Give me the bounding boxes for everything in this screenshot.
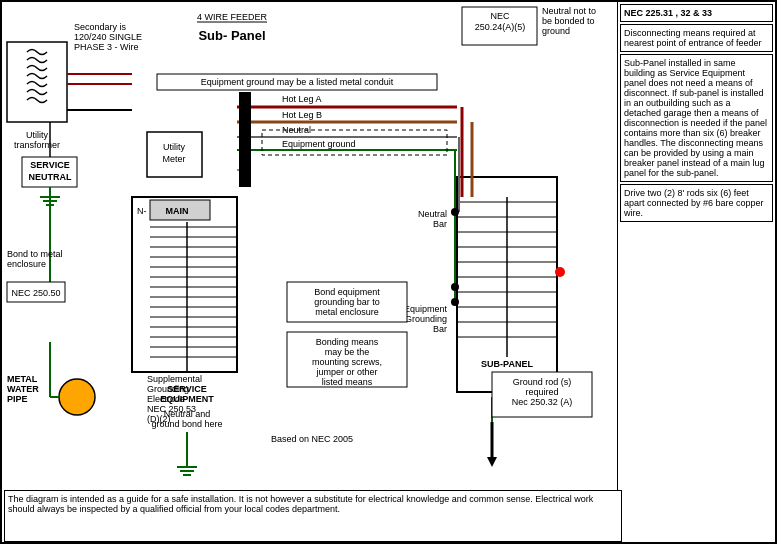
bonding-means-label5: listed means xyxy=(322,377,373,387)
hot-leg-b-label: Hot Leg B xyxy=(282,110,322,120)
supplemental-label3: Electrode xyxy=(147,394,185,404)
secondary-label: Secondary is xyxy=(74,22,127,32)
bond-metal-label: Bond to metal xyxy=(7,249,63,259)
main-container: 4 WIRE FEEDER Sub- Panel NEC 250.24(A)(5… xyxy=(0,0,777,544)
nec-253-label: NEC 250.53 xyxy=(147,404,196,414)
bond-equip-label3: metal enclosure xyxy=(315,307,379,317)
neutral-bar-label2: Bar xyxy=(433,219,447,229)
right-panel: NEC 225.31 , 32 & 33 Disconnecting means… xyxy=(617,2,775,490)
service-neutral-label: SERVICE xyxy=(30,160,69,170)
disclaimer-text: The diagram is intended as a guide for a… xyxy=(8,494,593,514)
svg-rect-3 xyxy=(7,42,67,122)
diagram-svg: 4 WIRE FEEDER Sub- Panel NEC 250.24(A)(5… xyxy=(2,2,622,492)
metal-water-pipe-label3: PIPE xyxy=(7,394,28,404)
subpanel-title: Sub- Panel xyxy=(198,28,265,43)
bond-equip-label2: grounding bar to xyxy=(314,297,380,307)
subpanel-box-label: SUB-PANEL xyxy=(481,359,533,369)
equipment-ground-conduit: Equipment ground may be a listed metal c… xyxy=(201,77,394,87)
service-neutral-label2: NEUTRAL xyxy=(29,172,72,182)
nec-250-50-label: NEC 250.50 xyxy=(11,288,60,298)
neutral-note: Neutral not to xyxy=(542,6,596,16)
metal-water-pipe-label2: WATER xyxy=(7,384,39,394)
feeder-label: 4 WIRE FEEDER xyxy=(197,12,268,22)
equip-ground-bar-label: Equipment xyxy=(404,304,448,314)
subpanel-info-text: Sub-Panel installed in same building as … xyxy=(624,58,767,178)
drive-rods-text: Drive two (2) 8' rods six (6) feet apart… xyxy=(624,188,764,218)
disconnect-text: Disconnecting means required at nearest … xyxy=(624,28,762,48)
utility-meter-label2: Meter xyxy=(162,154,185,164)
nec-225-box: NEC 225.31 , 32 & 33 xyxy=(620,4,773,22)
disconnect-box: Disconnecting means required at nearest … xyxy=(620,24,773,52)
equip-ground-label: Equipment ground xyxy=(282,139,356,149)
svg-marker-62 xyxy=(487,457,497,467)
ground-rod-label3: Nec 250.32 (A) xyxy=(512,397,573,407)
connection-dot1 xyxy=(451,298,459,306)
svg-rect-6 xyxy=(132,197,237,372)
ground-rod-label2: required xyxy=(525,387,558,397)
nec-253-label2: (D)(2) xyxy=(147,414,171,424)
equip-ground-bar-label2: Grounding xyxy=(405,314,447,324)
based-nec-label: Based on NEC 2005 xyxy=(271,434,353,444)
ground-rod-label: Ground rod (s) xyxy=(513,377,572,387)
main-label: MAIN xyxy=(166,206,189,216)
drive-rods-box: Drive two (2) 8' rods six (6) feet apart… xyxy=(620,184,773,222)
nec-225-title: NEC 225.31 , 32 & 33 xyxy=(624,8,712,18)
water-pipe-circle xyxy=(59,379,95,415)
bond-metal-label2: enclosure xyxy=(7,259,46,269)
bonding-means-label2: may be the xyxy=(325,347,370,357)
secondary-label3: PHASE 3 - Wire xyxy=(74,42,139,52)
neutral-bar-label: Neutral xyxy=(418,209,447,219)
nec-250-value: 250.24(A)(5) xyxy=(475,22,526,32)
utility-transformer-label2: transformer xyxy=(14,140,60,150)
secondary-label2: 120/240 SINGLE xyxy=(74,32,142,42)
supplemental-label: Supplemental xyxy=(147,374,202,384)
utility-transformer-label: Utility xyxy=(26,130,48,140)
disclaimer-box: The diagram is intended as a guide for a… xyxy=(4,490,622,542)
metal-water-pipe-label: METAL xyxy=(7,374,38,384)
bonding-means-label: Bonding means xyxy=(316,337,379,347)
hot-leg-a-label: Hot Leg A xyxy=(282,94,322,104)
utility-meter-label: Utility xyxy=(163,142,185,152)
neutral-note3: ground xyxy=(542,26,570,36)
neutral-note2: be bonded to xyxy=(542,16,595,26)
nec-250-label: NEC xyxy=(490,11,510,21)
connection-dot-red xyxy=(555,267,565,277)
bonding-means-label4: jumper or other xyxy=(315,367,377,377)
svg-rect-69 xyxy=(239,92,251,187)
connection-dot3 xyxy=(451,283,459,291)
bonding-means-label3: mounting screws, xyxy=(312,357,382,367)
bond-equip-label: Bond equipment xyxy=(314,287,380,297)
equip-ground-bar-label3: Bar xyxy=(433,324,447,334)
connection-dot2 xyxy=(451,208,459,216)
n-label: N- xyxy=(137,206,147,216)
supplemental-label2: Grounding xyxy=(147,384,189,394)
subpanel-info-box: Sub-Panel installed in same building as … xyxy=(620,54,773,182)
